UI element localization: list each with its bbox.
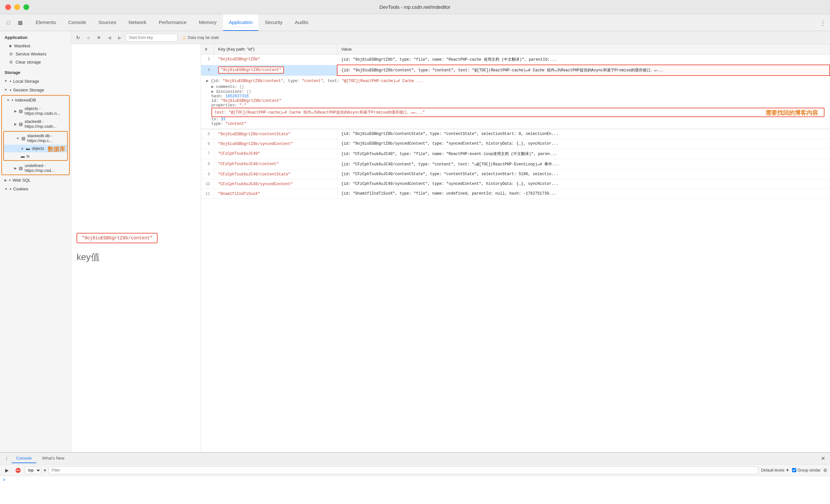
- websql-chevron: ▶: [4, 178, 7, 182]
- panel-split: "9oj8iuEGBbgrtZ8b/content" key值 # Key (K…: [71, 44, 830, 452]
- title-bar: DevTools - mp.csdn.net/mdeditor: [0, 0, 830, 14]
- tab-sources[interactable]: Sources: [93, 14, 122, 31]
- sidebar-local-storage-header[interactable]: ► ▪ Local Storage: [0, 77, 71, 86]
- close-button[interactable]: [5, 4, 11, 10]
- next-button[interactable]: ▶: [116, 33, 124, 42]
- tab-elements[interactable]: Elements: [30, 14, 62, 31]
- console-close-button[interactable]: ✕: [818, 454, 827, 463]
- sidebar-stackedit-db[interactable]: ▼ ▤ stackedit-db - https://mp.c...: [4, 132, 67, 145]
- detail-line-type: type: "content": [206, 122, 825, 126]
- idb-table: # Key (Key path: "id") Value 3"9oj8iuEGB…: [201, 44, 830, 199]
- key-label-area: "9oj8iuEGBbgrtZ8b/content" key值: [71, 44, 201, 452]
- table-row[interactable]: 5"9oj8iuEGBbgrtZ8b/contentState"{id: "9o…: [201, 129, 830, 139]
- console-tab-icon-1[interactable]: ⋮: [3, 455, 10, 463]
- sidebar-objects-mp[interactable]: ▶ ▤ objects - https://mp.csdn.n...: [2, 104, 69, 117]
- sidebar-undefined[interactable]: ▶ ▤ undefined - https://mp.csd...: [2, 161, 69, 175]
- console-block-button[interactable]: ⛔: [13, 466, 22, 474]
- cell-key: "9oj8iuEGBbgrtZ8b/contentState": [214, 129, 337, 139]
- table-row[interactable]: 9"CFzCphTsuk6uJC40/contentState"{id: "CF…: [201, 169, 830, 179]
- sidebar-session-storage-header[interactable]: ► ▪ Session Storage: [0, 86, 71, 94]
- sidebar-stackedit-mp-label: stackedit - https://mp.csdn...: [25, 119, 65, 129]
- detail-line-text: text: "@[TOC](ReactPHP-cache)↵# Cache 组件…: [206, 108, 825, 117]
- console-tab-console[interactable]: Console: [12, 454, 36, 463]
- inspect-icon[interactable]: □: [4, 18, 13, 27]
- prev-button[interactable]: ◀: [105, 33, 114, 42]
- left-panel: "9oj8iuEGBbgrtZ8b/content" key值: [71, 44, 201, 452]
- sidebar-local-storage-icon: ▪: [10, 79, 11, 84]
- sidebar-cookies-header[interactable]: ▼ ▪ Cookies: [0, 185, 71, 193]
- table-row[interactable]: 3"9oj8iuEGBbgrtZ8b"{id: "9oj8iuEGBbgrtZ8…: [201, 55, 830, 65]
- tab-memory[interactable]: Memory: [193, 14, 222, 31]
- table-row[interactable]: 6"9oj8iuEGBbgrtZ8b/syncedContent"{id: "9…: [201, 139, 830, 149]
- cell-value: {id: "9oj8iuEGBbgrtZ8b/content", type: "…: [337, 65, 830, 75]
- table-row[interactable]: 10"CFzCphTsuk6uJC40/syncedContent"{id: "…: [201, 179, 830, 189]
- undefined-chevron: ▶: [14, 166, 17, 170]
- cell-key: "CFzCphTsuk6uJC40/syncedContent": [214, 179, 337, 189]
- cell-num: 11: [201, 189, 214, 199]
- window-controls: [5, 4, 29, 10]
- detail-line-comments: ▶ comments: {}: [206, 84, 825, 89]
- right-panel: # Key (Key path: "id") Value 3"9oj8iuEGB…: [201, 44, 830, 452]
- col-num: #: [201, 44, 214, 55]
- cell-num: 10: [201, 179, 214, 189]
- tab-application[interactable]: Application: [223, 14, 258, 31]
- tab-console[interactable]: Console: [63, 14, 92, 31]
- console-filter-input[interactable]: [49, 466, 758, 474]
- device-icon[interactable]: ▩: [15, 18, 25, 27]
- tab-audits[interactable]: Audits: [289, 14, 314, 31]
- devtools-tabs: □ ▩ Elements Console Sources Network Per…: [0, 14, 830, 31]
- group-similar-check[interactable]: [792, 468, 796, 472]
- table-row[interactable]: 7"CFzCphTsuk6uJC40"{id: "CFzCphTsuk6uJC4…: [201, 149, 830, 159]
- sidebar-stackedit-mp[interactable]: ▶ ▤ stackedit - https://mp.csdn...: [2, 117, 69, 130]
- detail-line-hash: hash: 1652637316: [206, 94, 825, 99]
- detail-line-tv: tv: 33: [206, 117, 825, 122]
- cell-key: "CFzCphTsuk6uJC40/content": [214, 159, 337, 169]
- sidebar-indexeddb-label: IndexedDB: [15, 98, 36, 102]
- console-settings-icon[interactable]: ⚙: [823, 468, 827, 473]
- window-title: DevTools - mp.csdn.net/mdeditor: [379, 4, 450, 10]
- table-row[interactable]: 8"CFzCphTsuk6uJC40/content"{id: "CFzCphT…: [201, 159, 830, 169]
- console-body[interactable]: >: [0, 476, 830, 504]
- console-level-select[interactable]: Default levels ▼: [761, 468, 789, 473]
- sidebar-item-service-workers-label: Service Workers: [15, 52, 46, 57]
- indexeddb-group-container: ▼ ▪ IndexedDB ▶ ▤ objects - https://mp.c…: [0, 95, 71, 175]
- tab-performance[interactable]: Performance: [153, 14, 193, 31]
- console-play-button[interactable]: ▶: [3, 466, 11, 474]
- sidebar-item-service-workers[interactable]: ⚙ Service Workers: [0, 50, 71, 58]
- indexeddb-outline-box: ▼ ▪ IndexedDB ▶ ▤ objects - https://mp.c…: [1, 95, 70, 175]
- console-toolbar: ▶ ⛔ top ▾ Default levels ▼ Group similar…: [0, 465, 830, 476]
- minimize-button[interactable]: [14, 4, 20, 10]
- clear-button[interactable]: ✕: [95, 33, 103, 42]
- sidebar-item-clear-storage[interactable]: ⚙ Clear storage: [0, 58, 71, 66]
- cell-num: 5: [201, 129, 214, 139]
- maximize-button[interactable]: [23, 4, 29, 10]
- sidebar-item-manifest[interactable]: ■ Manifest: [0, 42, 71, 50]
- sidebar-undefined-label: undefined - https://mp.csd...: [25, 163, 65, 173]
- console-prompt: >: [3, 477, 5, 482]
- console-group-similar-checkbox[interactable]: Group similar: [792, 468, 821, 473]
- console-context-select[interactable]: top: [25, 467, 41, 474]
- sidebar-indexeddb-icon: ▪: [12, 98, 13, 102]
- sidebar-indexeddb-header[interactable]: ▼ ▪ IndexedDB: [2, 96, 69, 104]
- table-row[interactable]: 4"9oj8iuEGBbgrtZ8b/content"{id: "9oj8iuE…: [201, 65, 830, 75]
- more-tabs-icon[interactable]: ⋮: [820, 19, 826, 27]
- devtools-window: □ ▩ Elements Console Sources Network Per…: [0, 14, 830, 504]
- sidebar-undefined-icon: ▤: [19, 166, 23, 170]
- session-storage-chevron: ►: [4, 89, 8, 92]
- cell-key: "9oj8iuEGBbgrtZ8b": [214, 55, 337, 65]
- refresh-button[interactable]: ↻: [74, 33, 82, 42]
- group-similar-label: Group similar: [798, 468, 821, 473]
- col-key: Key (Key path: "id"): [214, 44, 337, 55]
- tab-security[interactable]: Security: [259, 14, 288, 31]
- sidebar-objects[interactable]: ▼ ▬ objects: [4, 145, 67, 152]
- console-tab-whats-new[interactable]: What's New: [38, 454, 69, 463]
- console-area: ⋮ Console What's New ✕ ▶ ⛔ top ▾ Default…: [0, 452, 830, 504]
- tab-network[interactable]: Network: [123, 14, 152, 31]
- table-row[interactable]: 11"0nam1flIndTiSuoX"{id: "0nam1flIndTiSu…: [201, 189, 830, 199]
- key-input[interactable]: [126, 34, 178, 41]
- sidebar-tx[interactable]: ▬ tx: [4, 152, 67, 160]
- cell-value: {id: "CFzCphTsuk6uJC40/syncedContent", t…: [337, 179, 830, 189]
- stop-refresh-button[interactable]: ○: [84, 33, 93, 42]
- panel-toolbar: ↻ ○ ✕ ◀ ▶ ⚠ Data may be stale: [71, 31, 830, 44]
- sidebar-websql-header[interactable]: ▶ ▪ Web SQL: [0, 176, 71, 185]
